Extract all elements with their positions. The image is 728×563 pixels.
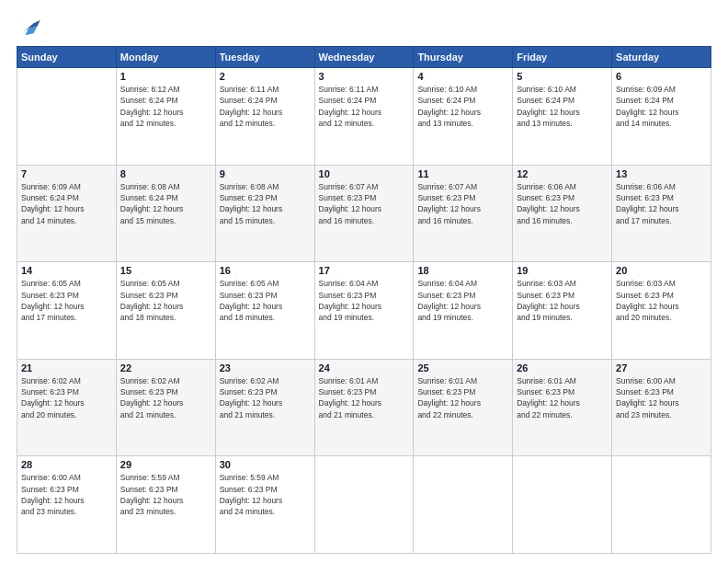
day-number: 6 xyxy=(616,71,707,82)
day-number: 28 xyxy=(21,459,112,470)
header xyxy=(17,17,711,37)
calendar-cell: 2Sunrise: 6:11 AMSunset: 6:24 PMDaylight… xyxy=(215,68,314,166)
weekday-header-wednesday: Wednesday xyxy=(314,47,414,68)
day-info: Sunrise: 6:05 AMSunset: 6:23 PMDaylight:… xyxy=(220,278,311,323)
calendar-cell: 20Sunrise: 6:03 AMSunset: 6:23 PMDayligh… xyxy=(612,262,711,360)
weekday-header-tuesday: Tuesday xyxy=(215,47,314,68)
day-info: Sunrise: 6:03 AMSunset: 6:23 PMDaylight:… xyxy=(517,278,608,323)
calendar-cell: 27Sunrise: 6:00 AMSunset: 6:23 PMDayligh… xyxy=(612,359,711,456)
day-number: 8 xyxy=(120,168,211,179)
weekday-header-friday: Friday xyxy=(513,47,612,68)
day-number: 27 xyxy=(616,362,707,373)
day-number: 18 xyxy=(417,265,508,276)
calendar-week-2: 7Sunrise: 6:09 AMSunset: 6:24 PMDaylight… xyxy=(17,165,711,262)
weekday-header-thursday: Thursday xyxy=(414,47,513,68)
day-number: 22 xyxy=(120,362,211,373)
calendar-cell: 24Sunrise: 6:01 AMSunset: 6:23 PMDayligh… xyxy=(314,359,414,456)
day-info: Sunrise: 6:04 AMSunset: 6:23 PMDaylight:… xyxy=(417,278,508,323)
day-number: 15 xyxy=(120,265,211,276)
calendar-cell: 29Sunrise: 5:59 AMSunset: 6:23 PMDayligh… xyxy=(116,456,215,554)
calendar-cell: 4Sunrise: 6:10 AMSunset: 6:24 PMDaylight… xyxy=(414,68,513,166)
day-number: 1 xyxy=(120,71,211,82)
calendar-cell: 16Sunrise: 6:05 AMSunset: 6:23 PMDayligh… xyxy=(215,262,314,360)
day-info: Sunrise: 6:02 AMSunset: 6:23 PMDaylight:… xyxy=(220,375,311,420)
day-number: 29 xyxy=(120,459,211,470)
day-info: Sunrise: 6:11 AMSunset: 6:24 PMDaylight:… xyxy=(319,84,410,129)
day-number: 9 xyxy=(220,168,311,179)
calendar-cell xyxy=(612,456,711,554)
calendar-cell: 10Sunrise: 6:07 AMSunset: 6:23 PMDayligh… xyxy=(314,165,414,262)
calendar-cell: 17Sunrise: 6:04 AMSunset: 6:23 PMDayligh… xyxy=(314,262,414,360)
day-number: 25 xyxy=(417,362,508,373)
day-number: 2 xyxy=(220,71,311,82)
day-info: Sunrise: 6:06 AMSunset: 6:23 PMDaylight:… xyxy=(616,181,707,226)
day-info: Sunrise: 6:10 AMSunset: 6:24 PMDaylight:… xyxy=(417,84,508,129)
day-info: Sunrise: 6:08 AMSunset: 6:23 PMDaylight:… xyxy=(220,181,311,226)
calendar-cell: 5Sunrise: 6:10 AMSunset: 6:24 PMDaylight… xyxy=(513,68,612,166)
calendar-cell: 30Sunrise: 5:59 AMSunset: 6:23 PMDayligh… xyxy=(215,456,314,554)
calendar-table: SundayMondayTuesdayWednesdayThursdayFrid… xyxy=(17,46,711,554)
day-number: 19 xyxy=(517,265,608,276)
calendar-cell: 6Sunrise: 6:09 AMSunset: 6:24 PMDaylight… xyxy=(612,68,711,166)
day-info: Sunrise: 6:12 AMSunset: 6:24 PMDaylight:… xyxy=(120,84,211,129)
day-info: Sunrise: 6:00 AMSunset: 6:23 PMDaylight:… xyxy=(21,472,112,517)
calendar-cell: 22Sunrise: 6:02 AMSunset: 6:23 PMDayligh… xyxy=(116,359,215,456)
calendar-cell: 7Sunrise: 6:09 AMSunset: 6:24 PMDaylight… xyxy=(17,165,117,262)
day-info: Sunrise: 6:02 AMSunset: 6:23 PMDaylight:… xyxy=(21,375,112,420)
calendar-week-1: 1Sunrise: 6:12 AMSunset: 6:24 PMDaylight… xyxy=(17,68,711,166)
calendar-cell: 21Sunrise: 6:02 AMSunset: 6:23 PMDayligh… xyxy=(17,359,117,456)
day-number: 3 xyxy=(319,71,410,82)
logo xyxy=(17,17,46,37)
day-info: Sunrise: 5:59 AMSunset: 6:23 PMDaylight:… xyxy=(120,472,211,517)
calendar-cell: 12Sunrise: 6:06 AMSunset: 6:23 PMDayligh… xyxy=(513,165,612,262)
logo-icon xyxy=(17,17,42,37)
calendar-cell: 9Sunrise: 6:08 AMSunset: 6:23 PMDaylight… xyxy=(215,165,314,262)
day-number: 7 xyxy=(21,168,112,179)
weekday-header-sunday: Sunday xyxy=(17,47,117,68)
day-number: 11 xyxy=(417,168,508,179)
day-info: Sunrise: 6:01 AMSunset: 6:23 PMDaylight:… xyxy=(517,375,608,420)
calendar-cell xyxy=(414,456,513,554)
calendar-week-5: 28Sunrise: 6:00 AMSunset: 6:23 PMDayligh… xyxy=(17,456,711,554)
calendar-cell: 19Sunrise: 6:03 AMSunset: 6:23 PMDayligh… xyxy=(513,262,612,360)
day-number: 23 xyxy=(220,362,311,373)
calendar-cell xyxy=(513,456,612,554)
calendar-cell: 18Sunrise: 6:04 AMSunset: 6:23 PMDayligh… xyxy=(414,262,513,360)
day-number: 20 xyxy=(616,265,707,276)
day-number: 5 xyxy=(517,71,608,82)
calendar-cell xyxy=(314,456,414,554)
day-info: Sunrise: 6:04 AMSunset: 6:23 PMDaylight:… xyxy=(319,278,410,323)
day-number: 16 xyxy=(220,265,311,276)
day-info: Sunrise: 6:03 AMSunset: 6:23 PMDaylight:… xyxy=(616,278,707,323)
calendar-cell: 1Sunrise: 6:12 AMSunset: 6:24 PMDaylight… xyxy=(116,68,215,166)
day-number: 21 xyxy=(21,362,112,373)
calendar-week-3: 14Sunrise: 6:05 AMSunset: 6:23 PMDayligh… xyxy=(17,262,711,360)
calendar-cell: 14Sunrise: 6:05 AMSunset: 6:23 PMDayligh… xyxy=(17,262,117,360)
calendar-cell: 28Sunrise: 6:00 AMSunset: 6:23 PMDayligh… xyxy=(17,456,117,554)
day-info: Sunrise: 6:01 AMSunset: 6:23 PMDaylight:… xyxy=(417,375,508,420)
day-info: Sunrise: 5:59 AMSunset: 6:23 PMDaylight:… xyxy=(220,472,311,517)
day-number: 14 xyxy=(21,265,112,276)
day-info: Sunrise: 6:08 AMSunset: 6:24 PMDaylight:… xyxy=(120,181,211,226)
day-number: 30 xyxy=(220,459,311,470)
day-info: Sunrise: 6:10 AMSunset: 6:24 PMDaylight:… xyxy=(517,84,608,129)
day-info: Sunrise: 6:07 AMSunset: 6:23 PMDaylight:… xyxy=(417,181,508,226)
day-info: Sunrise: 6:05 AMSunset: 6:23 PMDaylight:… xyxy=(120,278,211,323)
day-number: 13 xyxy=(616,168,707,179)
day-info: Sunrise: 6:09 AMSunset: 6:24 PMDaylight:… xyxy=(616,84,707,129)
calendar-cell: 26Sunrise: 6:01 AMSunset: 6:23 PMDayligh… xyxy=(513,359,612,456)
calendar-week-4: 21Sunrise: 6:02 AMSunset: 6:23 PMDayligh… xyxy=(17,359,711,456)
calendar-cell: 8Sunrise: 6:08 AMSunset: 6:24 PMDaylight… xyxy=(116,165,215,262)
day-number: 24 xyxy=(319,362,410,373)
calendar-cell: 23Sunrise: 6:02 AMSunset: 6:23 PMDayligh… xyxy=(215,359,314,456)
weekday-header-monday: Monday xyxy=(116,47,215,68)
calendar-cell: 15Sunrise: 6:05 AMSunset: 6:23 PMDayligh… xyxy=(116,262,215,360)
page: SundayMondayTuesdayWednesdayThursdayFrid… xyxy=(0,0,728,563)
day-info: Sunrise: 6:09 AMSunset: 6:24 PMDaylight:… xyxy=(21,181,112,226)
weekday-header-row: SundayMondayTuesdayWednesdayThursdayFrid… xyxy=(17,47,711,68)
day-info: Sunrise: 6:11 AMSunset: 6:24 PMDaylight:… xyxy=(220,84,311,129)
day-number: 17 xyxy=(319,265,410,276)
day-number: 12 xyxy=(517,168,608,179)
day-info: Sunrise: 6:00 AMSunset: 6:23 PMDaylight:… xyxy=(616,375,707,420)
day-number: 26 xyxy=(517,362,608,373)
